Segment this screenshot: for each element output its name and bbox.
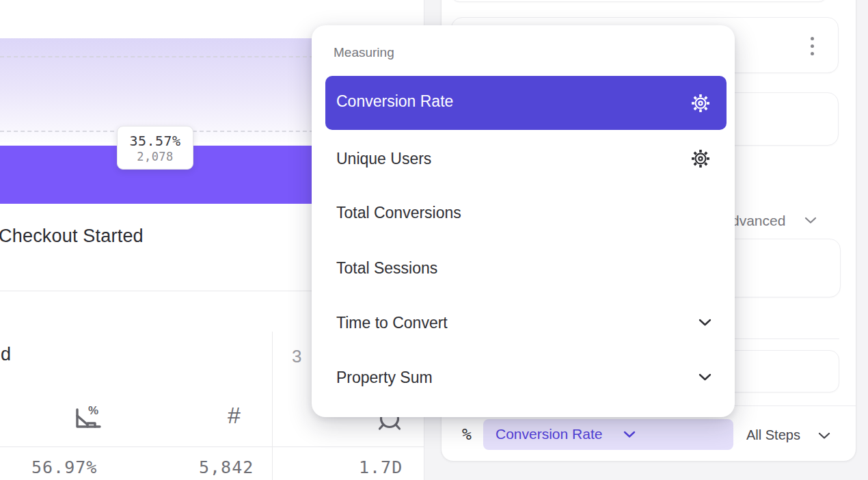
kebab-dot (811, 44, 814, 48)
table-header-step-name-fragment: d (1, 344, 11, 365)
menu-item-total-conversions[interactable]: Total Conversions (336, 204, 461, 222)
chevron-down-icon (623, 431, 636, 438)
svg-text:%: % (88, 404, 98, 417)
chevron-down-icon (699, 373, 711, 382)
kebab-dot (811, 37, 814, 40)
menu-item-unique-users[interactable]: Unique Users (336, 150, 431, 168)
tooltip-count-value: 2,078 (137, 150, 174, 163)
chevron-down-icon (818, 432, 830, 440)
steps-selector[interactable]: All Steps (746, 427, 800, 443)
menu-item-time-to-convert[interactable]: Time to Convert (336, 314, 448, 332)
metric-chip[interactable]: Conversion Rate (483, 419, 733, 450)
table-column-divider (272, 332, 273, 480)
conversion-rate-column-icon: % (72, 404, 104, 433)
count-value: 5,842 (199, 457, 254, 477)
kebab-dot (811, 52, 814, 55)
query-row-card (451, 0, 827, 2)
chevron-down-icon (699, 319, 711, 327)
table-header-step-number: 3 (292, 346, 301, 367)
divider (0, 446, 424, 447)
gear-icon[interactable] (691, 94, 710, 113)
menu-item-conversion-rate[interactable]: Conversion Rate (325, 76, 727, 130)
count-column-icon: # (228, 402, 241, 429)
dropdown-section-label: Measuring (334, 45, 394, 60)
tooltip-rate-value: 35.57% (129, 133, 180, 149)
funnel-step-label: Checkout Started (0, 226, 144, 247)
menu-item-label: Conversion Rate (336, 92, 453, 111)
menu-item-property-sum[interactable]: Property Sum (336, 369, 433, 387)
conversion-rate-value: 56.97% (31, 457, 97, 477)
chevron-down-icon (804, 217, 817, 224)
kebab-menu-button[interactable] (811, 37, 815, 59)
menu-item-total-sessions[interactable]: Total Sessions (336, 259, 437, 278)
funnel-report-page: 35.57% 2,078 Checkout Started d 3 % # (0, 0, 868, 480)
metric-chip-label: Conversion Rate (496, 426, 602, 442)
gear-icon[interactable] (691, 149, 710, 168)
percent-symbol: % (462, 425, 472, 443)
funnel-tooltip: 35.57% 2,078 (117, 126, 193, 170)
avg-time-value: 1.7D (359, 457, 403, 477)
